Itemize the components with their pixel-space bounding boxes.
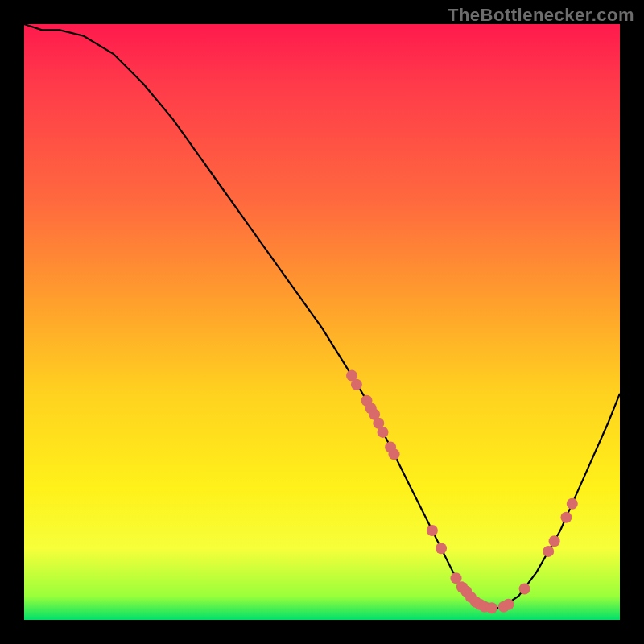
data-point-p11 <box>436 543 447 554</box>
data-point-p10 <box>427 525 438 536</box>
curve-svg <box>24 24 620 620</box>
plot-area <box>24 24 620 620</box>
data-point-p24 <box>549 535 560 547</box>
data-point-p9 <box>389 448 400 460</box>
data-point-p2 <box>351 379 362 390</box>
data-point-p23 <box>543 546 554 557</box>
data-point-p22 <box>519 584 530 595</box>
data-point-p21 <box>503 599 514 610</box>
data-point-p19 <box>486 602 497 613</box>
data-point-p7 <box>378 427 389 438</box>
attribution-label: TheBottlenecker.com <box>448 5 634 26</box>
bottleneck-curve <box>24 24 620 608</box>
data-point-p25 <box>560 512 572 523</box>
data-point-p26 <box>567 498 578 510</box>
chart-stage: TheBottlenecker.com <box>0 0 644 644</box>
scatter-points <box>346 370 578 614</box>
